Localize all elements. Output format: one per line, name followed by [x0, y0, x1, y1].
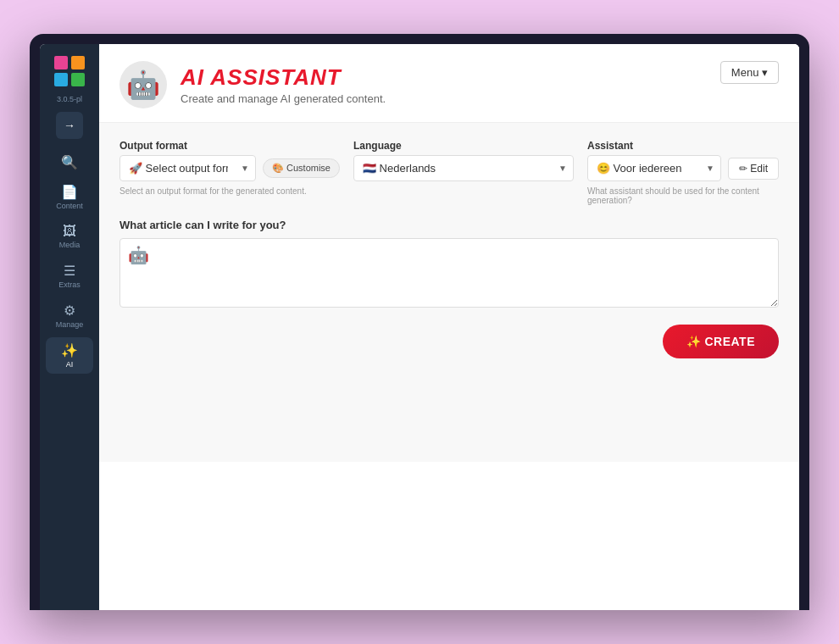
menu-button[interactable]: Menu ▾	[720, 61, 779, 84]
page-header: 🤖 AI ASSISTANT Create and manage AI gene…	[99, 44, 799, 123]
language-select-wrapper: 🇳🇱 Nederlands 🇬🇧 English 🇩🇪 Deutsch ▼	[353, 155, 574, 181]
header-title-block: AI ASSISTANT Create and manage AI genera…	[181, 64, 386, 105]
sidebar-item-media[interactable]: 🖼 Media	[46, 219, 93, 254]
arrow-icon: →	[64, 119, 75, 132]
logo-quadrant-br	[71, 73, 85, 86]
sidebar-content-label: Content	[56, 202, 83, 210]
output-format-select[interactable]: 🚀 Select output format	[119, 155, 256, 181]
ai-avatar: 🤖	[119, 61, 167, 108]
language-group: Language 🇳🇱 Nederlands 🇬🇧 English 🇩🇪 Deu…	[353, 140, 574, 205]
sidebar-extras-label: Extras	[58, 280, 81, 289]
output-format-select-wrapper: 🚀 Select output format ▼	[119, 155, 256, 181]
article-section: What article can I write for you? 🤖	[119, 219, 779, 311]
output-format-row: 🚀 Select output format ▼ 🎨 Customise	[119, 155, 340, 181]
article-prompt-label: What article can I write for you?	[119, 219, 779, 231]
logo-quadrant-bl	[54, 73, 68, 86]
output-format-hint: Select an output format for the generate…	[119, 186, 340, 196]
sidebar-item-extras[interactable]: ☰ Extras	[46, 258, 93, 294]
assistant-label: Assistant	[587, 140, 779, 152]
customize-button[interactable]: 🎨 Customise	[263, 158, 340, 178]
sidebar: 3.0.5-pl → 🔍 📄 Content 🖼 Media ☰ Extras …	[40, 44, 99, 610]
assistant-select[interactable]: 😊 Voor iedereen	[587, 155, 721, 181]
sidebar-item-ai[interactable]: ✨ AI	[46, 337, 93, 374]
content-icon: 📄	[61, 184, 78, 200]
assistant-row: 😊 Voor iedereen ▼ ✏ Edit	[587, 155, 779, 181]
sidebar-manage-label: Manage	[56, 320, 84, 329]
fields-row: Output format 🚀 Select output format ▼ 🎨…	[119, 140, 779, 205]
search-icon: 🔍	[61, 154, 78, 170]
laptop-frame: 3.0.5-pl → 🔍 📄 Content 🖼 Media ☰ Extras …	[30, 34, 809, 610]
language-label: Language	[353, 140, 574, 152]
create-button-row: ✨ CREATE	[119, 325, 779, 358]
sidebar-item-search[interactable]: 🔍	[46, 149, 93, 175]
sidebar-collapse-button[interactable]: →	[56, 112, 83, 139]
assistant-select-wrapper: 😊 Voor iedereen ▼	[587, 155, 721, 181]
robot-emoji: 🤖	[126, 69, 160, 101]
sidebar-ai-label: AI	[66, 360, 74, 369]
main-content: 🤖 AI ASSISTANT Create and manage AI gene…	[99, 44, 799, 610]
page-title: AI ASSISTANT	[181, 64, 386, 91]
create-button[interactable]: ✨ CREATE	[663, 325, 779, 358]
output-format-group: Output format 🚀 Select output format ▼ 🎨…	[119, 140, 340, 205]
extras-icon: ☰	[64, 263, 75, 279]
assistant-group: Assistant 😊 Voor iedereen ▼ ✏ Edit What …	[587, 140, 779, 205]
sidebar-item-content[interactable]: 📄 Content	[46, 179, 93, 215]
ai-form: Output format 🚀 Select output format ▼ 🎨…	[99, 123, 799, 462]
page-subtitle: Create and manage AI generated content.	[181, 92, 386, 105]
article-prompt-textarea[interactable]	[119, 238, 779, 308]
ai-icon: ✨	[61, 342, 78, 358]
sidebar-item-manage[interactable]: ⚙ Manage	[46, 297, 93, 334]
edit-assistant-button[interactable]: ✏ Edit	[728, 158, 779, 180]
logo-quadrant-tl	[54, 56, 68, 69]
logo-quadrant-tr	[71, 56, 85, 69]
sidebar-media-label: Media	[59, 241, 81, 249]
header-left: 🤖 AI ASSISTANT Create and manage AI gene…	[119, 61, 386, 108]
manage-icon: ⚙	[64, 303, 75, 319]
version-label: 3.0.5-pl	[57, 95, 82, 103]
media-icon: 🖼	[63, 224, 76, 239]
output-format-label: Output format	[119, 140, 340, 152]
language-select[interactable]: 🇳🇱 Nederlands 🇬🇧 English 🇩🇪 Deutsch	[353, 155, 574, 181]
assistant-hint: What assistant should be used for the co…	[587, 186, 779, 205]
logo-shape	[54, 56, 85, 86]
laptop-screen: 3.0.5-pl → 🔍 📄 Content 🖼 Media ☰ Extras …	[40, 44, 799, 610]
app-logo	[53, 54, 86, 88]
textarea-wrapper: 🤖	[119, 238, 779, 311]
